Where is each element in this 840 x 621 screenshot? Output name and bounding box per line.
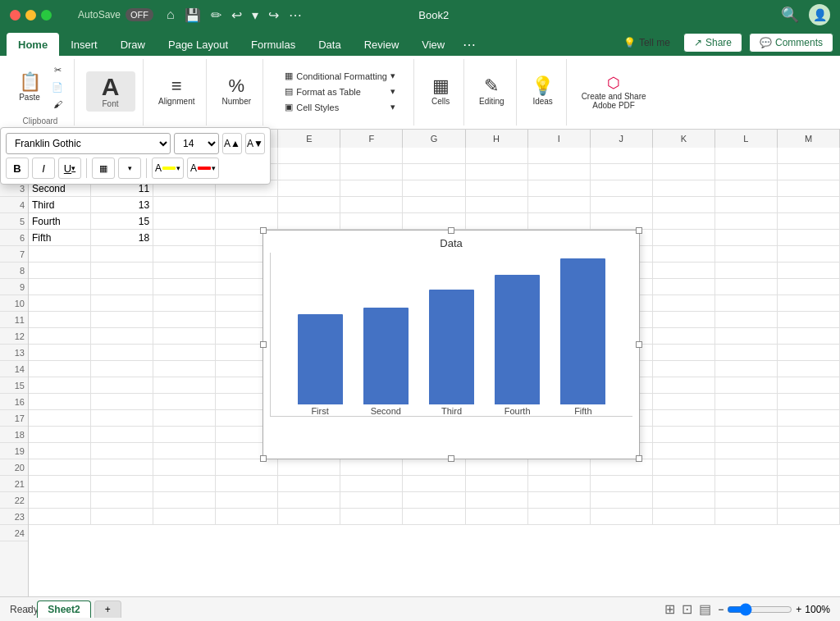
cell-a4[interactable]: Third: [29, 197, 91, 213]
tab-formulas[interactable]: Formulas: [240, 33, 307, 56]
cell-j4[interactable]: [591, 197, 653, 213]
cell-c4[interactable]: [153, 197, 216, 213]
cell-c7[interactable]: [153, 246, 216, 263]
sheet-tab-sheet2[interactable]: Sheet2: [37, 600, 90, 618]
cell-l6[interactable]: [715, 230, 778, 246]
ideas-button[interactable]: 💡 Ideas: [527, 74, 559, 109]
col-header-l[interactable]: L: [715, 130, 778, 148]
cell-j5[interactable]: [591, 213, 653, 230]
pencil-icon[interactable]: ✏: [211, 7, 221, 23]
cell-k1[interactable]: [653, 148, 715, 164]
tab-draw[interactable]: Draw: [109, 33, 157, 56]
tab-home[interactable]: Home: [7, 33, 59, 56]
cell-m3[interactable]: [778, 180, 840, 197]
tab-insert[interactable]: Insert: [59, 33, 109, 56]
grid-view-button[interactable]: ⊞: [664, 601, 675, 617]
highlight-dropdown-icon[interactable]: ▾: [176, 164, 180, 172]
font-name-select[interactable]: Franklin Gothic: [6, 133, 171, 154]
paste-button[interactable]: 📋 Paste: [13, 70, 46, 105]
format-as-table-button[interactable]: ▤ Format as Table ▾: [278, 84, 402, 98]
cell-f5[interactable]: [340, 213, 403, 230]
chart-container[interactable]: Data First Second Third: [262, 230, 640, 459]
cell-b7[interactable]: [91, 246, 153, 263]
next-sheet-button[interactable]: ›: [24, 602, 34, 615]
autosave-toggle[interactable]: OFF: [126, 8, 153, 21]
cell-k3[interactable]: [653, 180, 715, 197]
adobe-button[interactable]: ⬡ Create and ShareAdobe PDF: [577, 72, 651, 113]
chart-handle-tm[interactable]: [448, 227, 454, 234]
comments-button[interactable]: 💬 Comments: [749, 33, 833, 53]
font-size-select[interactable]: 14: [174, 133, 219, 154]
chart-handle-br[interactable]: [636, 455, 642, 462]
cell-c5[interactable]: [153, 213, 216, 230]
user-avatar[interactable]: 👤: [809, 4, 830, 25]
highlight-color-button[interactable]: A ▾: [152, 158, 184, 179]
page-break-view-button[interactable]: ▤: [699, 601, 711, 617]
font-size-decrease-button[interactable]: A▼: [245, 133, 265, 154]
font-size-increase-button[interactable]: A▲: [222, 133, 242, 154]
cell-b5[interactable]: 15: [91, 213, 153, 230]
cell-b4[interactable]: 13: [91, 197, 153, 213]
cell-k4[interactable]: [653, 197, 715, 213]
more-toolbar-icon[interactable]: ⋯: [289, 7, 302, 23]
cell-k7[interactable]: [653, 246, 715, 263]
cell-h1[interactable]: [466, 148, 528, 164]
chart-handle-tl[interactable]: [260, 227, 267, 234]
chart-handle-mr[interactable]: [636, 341, 642, 348]
undo-icon[interactable]: ↩: [231, 7, 242, 23]
cell-h4[interactable]: [466, 197, 528, 213]
close-button[interactable]: [10, 10, 21, 21]
alignment-button[interactable]: ≡ Alignment: [153, 74, 199, 109]
cell-l3[interactable]: [715, 180, 778, 197]
cell-e5[interactable]: [278, 213, 340, 230]
redo-icon[interactable]: ↪: [268, 7, 279, 23]
cell-a7[interactable]: [29, 246, 91, 263]
cell-h2[interactable]: [466, 164, 528, 180]
undo-dropdown-icon[interactable]: ▾: [252, 7, 258, 23]
cell-m2[interactable]: [778, 164, 840, 180]
col-header-e[interactable]: E: [278, 130, 340, 148]
chart-handle-ml[interactable]: [260, 341, 267, 348]
font-button[interactable]: A Font: [86, 71, 135, 112]
cell-f2[interactable]: [340, 164, 403, 180]
cell-f3[interactable]: [340, 180, 403, 197]
cell-m7[interactable]: [778, 246, 840, 263]
zoom-in-icon[interactable]: +: [796, 604, 801, 615]
cell-e2[interactable]: [278, 164, 340, 180]
cell-i1[interactable]: [528, 148, 591, 164]
chart-handle-tr[interactable]: [636, 227, 642, 234]
cell-m4[interactable]: [778, 197, 840, 213]
cell-f4[interactable]: [340, 197, 403, 213]
cell-e4[interactable]: [278, 197, 340, 213]
cell-c6[interactable]: [153, 230, 216, 246]
cell-h5[interactable]: [466, 213, 528, 230]
prev-sheet-button[interactable]: ‹: [10, 602, 21, 615]
copy-button[interactable]: 📄: [48, 80, 67, 95]
cell-j2[interactable]: [591, 164, 653, 180]
font-color-button[interactable]: A ▾: [187, 158, 219, 179]
cell-j3[interactable]: [591, 180, 653, 197]
cell-l7[interactable]: [715, 246, 778, 263]
underline-button[interactable]: U ▾: [58, 158, 81, 179]
tab-review[interactable]: Review: [353, 33, 411, 56]
cell-d5[interactable]: [216, 213, 278, 230]
maximize-button[interactable]: [41, 10, 52, 21]
number-button[interactable]: % Number: [217, 74, 256, 109]
cell-e3[interactable]: [278, 180, 340, 197]
minimize-button[interactable]: [25, 10, 36, 21]
search-icon[interactable]: 🔍: [781, 6, 799, 24]
add-sheet-button[interactable]: +: [94, 600, 121, 618]
col-header-j[interactable]: J: [591, 130, 653, 148]
editing-button[interactable]: ✎ Editing: [474, 74, 509, 109]
font-color-dropdown-icon[interactable]: ▾: [212, 164, 216, 172]
home-icon[interactable]: ⌂: [167, 7, 175, 22]
col-header-h[interactable]: H: [466, 130, 528, 148]
col-header-m[interactable]: M: [778, 130, 840, 148]
cell-m6[interactable]: [778, 230, 840, 246]
cell-i3[interactable]: [528, 180, 591, 197]
cell-i2[interactable]: [528, 164, 591, 180]
cell-i5[interactable]: [528, 213, 591, 230]
cell-j1[interactable]: [591, 148, 653, 164]
cell-a6[interactable]: Fifth: [29, 230, 91, 246]
cell-styles-button[interactable]: ▣ Cell Styles ▾: [278, 100, 402, 114]
